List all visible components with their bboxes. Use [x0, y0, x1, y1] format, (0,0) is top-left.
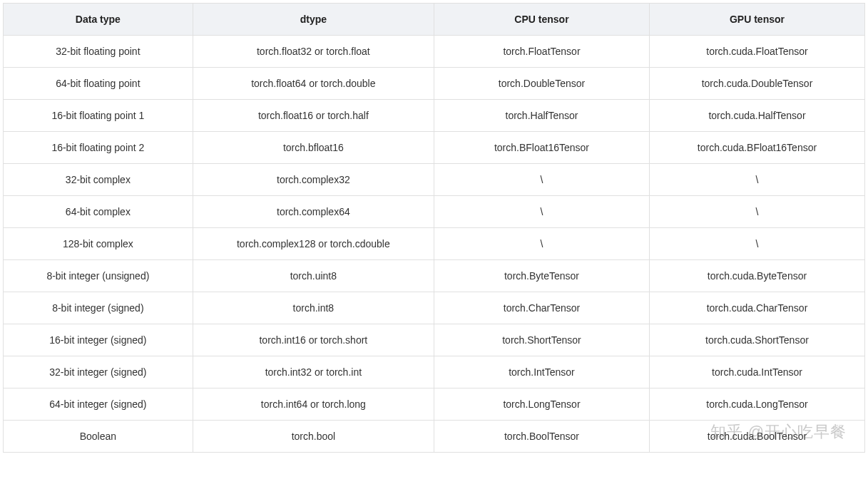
cell-cpu: \: [434, 196, 649, 228]
table-row: Boolean torch.bool torch.BoolTensor torc…: [4, 421, 865, 453]
cell-cpu: torch.IntTensor: [434, 356, 649, 388]
cell-dtype: torch.complex64: [193, 196, 434, 228]
cell-datatype: 32-bit floating point: [4, 36, 193, 68]
cell-datatype: 8-bit integer (signed): [4, 292, 193, 324]
cell-datatype: Boolean: [4, 421, 193, 453]
cell-cpu: \: [434, 164, 649, 196]
header-gpu: GPU tensor: [649, 4, 864, 36]
table-row: 32-bit floating point torch.float32 or t…: [4, 36, 865, 68]
cell-datatype: 8-bit integer (unsigned): [4, 260, 193, 292]
table-row: 16-bit integer (signed) torch.int16 or t…: [4, 324, 865, 356]
table-row: 32-bit complex torch.complex32 \ \: [4, 164, 865, 196]
tensor-dtype-table: Data type dtype CPU tensor GPU tensor 32…: [3, 3, 865, 453]
cell-gpu: \: [649, 228, 864, 260]
table-body: 32-bit floating point torch.float32 or t…: [4, 36, 865, 453]
cell-gpu: \: [649, 164, 864, 196]
cell-datatype: 64-bit floating point: [4, 68, 193, 100]
table-row: 16-bit floating point 2 torch.bfloat16 t…: [4, 132, 865, 164]
cell-datatype: 32-bit complex: [4, 164, 193, 196]
table-row: 128-bit complex torch.complex128 or torc…: [4, 228, 865, 260]
cell-gpu: torch.cuda.CharTensor: [649, 292, 864, 324]
cell-cpu: torch.LongTensor: [434, 388, 649, 421]
cell-dtype: torch.bool: [193, 421, 434, 453]
cell-cpu: \: [434, 228, 649, 260]
header-dtype: dtype: [193, 4, 434, 36]
cell-cpu: torch.ByteTensor: [434, 260, 649, 292]
cell-gpu: torch.cuda.BFloat16Tensor: [649, 132, 864, 164]
cell-datatype: 16-bit integer (signed): [4, 324, 193, 356]
cell-dtype: torch.float32 or torch.float: [193, 36, 434, 68]
cell-gpu: torch.cuda.ShortTensor: [649, 324, 864, 356]
cell-dtype: torch.float16 or torch.half: [193, 100, 434, 132]
cell-cpu: torch.DoubleTensor: [434, 68, 649, 100]
cell-gpu: \: [649, 196, 864, 228]
cell-dtype: torch.int8: [193, 292, 434, 324]
cell-cpu: torch.CharTensor: [434, 292, 649, 324]
cell-dtype: torch.bfloat16: [193, 132, 434, 164]
table-header-row: Data type dtype CPU tensor GPU tensor: [4, 4, 865, 36]
cell-datatype: 64-bit integer (signed): [4, 388, 193, 421]
table-row: 16-bit floating point 1 torch.float16 or…: [4, 100, 865, 132]
cell-datatype: 128-bit complex: [4, 228, 193, 260]
cell-gpu: torch.cuda.ByteTensor: [649, 260, 864, 292]
table-row: 32-bit integer (signed) torch.int32 or t…: [4, 356, 865, 388]
header-cpu: CPU tensor: [434, 4, 649, 36]
cell-datatype: 16-bit floating point 1: [4, 100, 193, 132]
cell-dtype: torch.int32 or torch.int: [193, 356, 434, 388]
cell-dtype: torch.complex32: [193, 164, 434, 196]
table-row: 64-bit integer (signed) torch.int64 or t…: [4, 388, 865, 421]
cell-cpu: torch.FloatTensor: [434, 36, 649, 68]
cell-gpu: torch.cuda.HalfTensor: [649, 100, 864, 132]
cell-gpu: torch.cuda.BoolTensor: [649, 421, 864, 453]
table-row: 64-bit complex torch.complex64 \ \: [4, 196, 865, 228]
table-row: 64-bit floating point torch.float64 or t…: [4, 68, 865, 100]
cell-dtype: torch.int64 or torch.long: [193, 388, 434, 421]
cell-dtype: torch.complex128 or torch.cdouble: [193, 228, 434, 260]
cell-cpu: torch.HalfTensor: [434, 100, 649, 132]
cell-dtype: torch.uint8: [193, 260, 434, 292]
cell-dtype: torch.int16 or torch.short: [193, 324, 434, 356]
cell-gpu: torch.cuda.IntTensor: [649, 356, 864, 388]
cell-cpu: torch.BFloat16Tensor: [434, 132, 649, 164]
cell-datatype: 16-bit floating point 2: [4, 132, 193, 164]
cell-cpu: torch.ShortTensor: [434, 324, 649, 356]
table-row: 8-bit integer (unsigned) torch.uint8 tor…: [4, 260, 865, 292]
cell-gpu: torch.cuda.LongTensor: [649, 388, 864, 421]
cell-dtype: torch.float64 or torch.double: [193, 68, 434, 100]
header-datatype: Data type: [4, 4, 193, 36]
table-row: 8-bit integer (signed) torch.int8 torch.…: [4, 292, 865, 324]
cell-datatype: 32-bit integer (signed): [4, 356, 193, 388]
cell-datatype: 64-bit complex: [4, 196, 193, 228]
cell-cpu: torch.BoolTensor: [434, 421, 649, 453]
cell-gpu: torch.cuda.FloatTensor: [649, 36, 864, 68]
cell-gpu: torch.cuda.DoubleTensor: [649, 68, 864, 100]
